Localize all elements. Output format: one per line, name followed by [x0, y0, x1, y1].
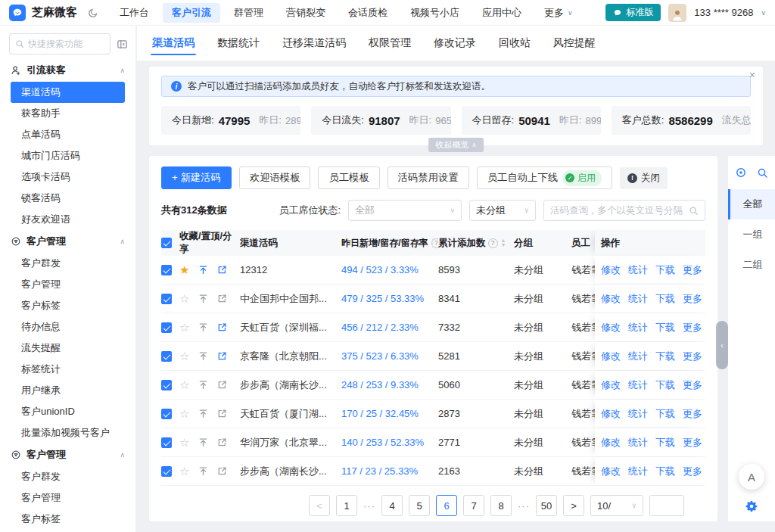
sidebar-item[interactable]: 客户群发: [0, 253, 135, 274]
row-checkbox[interactable]: [161, 294, 172, 304]
pin-top-icon[interactable]: [198, 380, 208, 390]
sidebar-item[interactable]: 流失提醒: [0, 338, 135, 359]
toolbar-button-1[interactable]: 欢迎语模板: [239, 166, 311, 189]
theme-moon-icon[interactable]: [88, 8, 98, 18]
action-下载[interactable]: 下载: [655, 321, 675, 334]
row-stats-link[interactable]: 117 / 23 / 25.33%: [341, 465, 438, 477]
action-修改[interactable]: 修改: [601, 465, 621, 478]
sidebar-item[interactable]: 获客助手: [0, 103, 135, 124]
action-更多[interactable]: 更多: [683, 292, 702, 306]
star-icon[interactable]: ☆: [179, 322, 189, 333]
sidebar-item[interactable]: 用户继承: [0, 380, 135, 401]
action-统计[interactable]: 统计: [628, 407, 648, 421]
sidebar-item[interactable]: 好友欢迎语: [0, 209, 135, 230]
share-icon[interactable]: [217, 437, 227, 447]
sidebar-item[interactable]: 客户标签: [0, 295, 135, 316]
gear-icon[interactable]: [745, 500, 758, 512]
row-checkbox[interactable]: [161, 466, 172, 477]
share-icon[interactable]: [217, 380, 227, 390]
action-修改[interactable]: 修改: [601, 378, 621, 392]
action-下载[interactable]: 下载: [655, 350, 675, 363]
auto-online-button[interactable]: 员工自动上下线 ✓ 启用: [477, 166, 612, 189]
star-icon[interactable]: ☆: [179, 465, 189, 477]
plan-badge[interactable]: 标准版: [605, 4, 661, 21]
nav-item-2[interactable]: 客户引流: [163, 3, 220, 23]
toolbar-button-3[interactable]: 活码禁用设置: [388, 166, 469, 189]
row-stats-link[interactable]: 140 / 253 / 52.33%: [341, 437, 438, 448]
action-修改[interactable]: 修改: [601, 407, 621, 421]
row-stats-link[interactable]: 375 / 523 / 6.33%: [341, 350, 438, 362]
page-prev[interactable]: <: [309, 495, 330, 516]
pin-top-icon[interactable]: [198, 294, 208, 303]
closed-badge[interactable]: ! 关闭: [620, 167, 668, 189]
action-统计[interactable]: 统计: [628, 321, 648, 334]
nav-item-5[interactable]: 会话质检: [339, 3, 397, 23]
action-修改[interactable]: 修改: [601, 321, 621, 334]
row-checkbox[interactable]: [161, 437, 172, 448]
group-select[interactable]: 未分组 ∨: [469, 200, 536, 221]
share-icon[interactable]: [217, 409, 227, 418]
group-tab-3[interactable]: 二组: [728, 250, 775, 280]
action-下载[interactable]: 下载: [655, 436, 675, 450]
action-修改[interactable]: 修改: [601, 263, 621, 277]
tab-5[interactable]: 修改记录: [434, 26, 476, 61]
page-7[interactable]: 7: [463, 495, 484, 516]
select-all-checkbox[interactable]: [161, 238, 172, 248]
seat-status-select[interactable]: 全部 ∨: [348, 200, 462, 221]
sidebar-item[interactable]: 城市门店活码: [0, 145, 135, 166]
search-icon[interactable]: [757, 167, 768, 179]
action-统计[interactable]: 统计: [628, 378, 648, 392]
sidebar-item[interactable]: 渠道活码: [11, 82, 125, 103]
sidebar-item[interactable]: 点单活码: [0, 124, 135, 145]
sidebar-item[interactable]: 客户管理: [0, 487, 135, 509]
tab-3[interactable]: 迁移渠道活码: [282, 26, 346, 61]
row-checkbox[interactable]: [161, 351, 172, 362]
pin-top-icon[interactable]: [198, 437, 208, 447]
action-更多[interactable]: 更多: [683, 407, 702, 421]
page-6[interactable]: 6: [436, 495, 457, 516]
page-4[interactable]: 4: [381, 495, 403, 516]
row-checkbox[interactable]: [161, 265, 172, 275]
nav-item-1[interactable]: 工作台: [110, 3, 158, 23]
pin-top-icon[interactable]: [198, 265, 208, 275]
sidebar-section-1[interactable]: 引流获客∧: [0, 59, 135, 82]
sidebar-item[interactable]: 选项卡活码: [0, 166, 135, 188]
share-icon[interactable]: [217, 322, 227, 332]
sidebar-item[interactable]: 客户标签: [0, 509, 135, 530]
tab-1[interactable]: 渠道活码: [152, 26, 195, 61]
pin-top-icon[interactable]: [198, 322, 208, 332]
star-icon[interactable]: ★: [179, 264, 189, 275]
sidebar-item[interactable]: 客户管理: [0, 274, 135, 295]
star-icon[interactable]: ☆: [179, 437, 189, 448]
action-统计[interactable]: 统计: [628, 263, 648, 277]
page-8[interactable]: 8: [490, 495, 512, 516]
collapse-panel-handle[interactable]: ‹: [716, 321, 728, 369]
sidebar-section-3[interactable]: 客户管理∧: [0, 443, 135, 466]
action-更多[interactable]: 更多: [683, 378, 702, 392]
page-50[interactable]: 50: [536, 495, 557, 516]
nav-item-4[interactable]: 营销裂变: [277, 3, 335, 23]
star-icon[interactable]: ☆: [179, 293, 189, 304]
share-icon[interactable]: [217, 265, 227, 275]
action-下载[interactable]: 下载: [655, 292, 675, 306]
page-5[interactable]: 5: [409, 495, 430, 516]
sidebar-item[interactable]: 标签统计: [0, 359, 135, 380]
account-phone[interactable]: 133 **** 9268: [694, 7, 753, 18]
sort-icon[interactable]: ▲▼: [501, 238, 506, 248]
action-更多[interactable]: 更多: [683, 263, 702, 277]
group-tab-2[interactable]: 一组: [728, 219, 775, 250]
page-size-select[interactable]: 10/ ∨: [590, 495, 643, 516]
action-修改[interactable]: 修改: [601, 350, 621, 363]
sidebar-item[interactable]: 批量添加视频号客户: [0, 422, 135, 443]
action-下载[interactable]: 下载: [655, 465, 675, 478]
sidebar-collapse-icon[interactable]: [117, 39, 128, 50]
action-统计[interactable]: 统计: [628, 465, 648, 478]
nav-item-8[interactable]: 更多∨: [535, 3, 582, 23]
action-更多[interactable]: 更多: [683, 436, 702, 450]
action-更多[interactable]: 更多: [683, 350, 702, 363]
tab-6[interactable]: 回收站: [499, 26, 531, 61]
share-icon[interactable]: [217, 294, 227, 303]
tab-2[interactable]: 数据统计: [217, 26, 260, 61]
qrcode-search-box[interactable]: [543, 200, 705, 221]
action-更多[interactable]: 更多: [683, 321, 702, 334]
